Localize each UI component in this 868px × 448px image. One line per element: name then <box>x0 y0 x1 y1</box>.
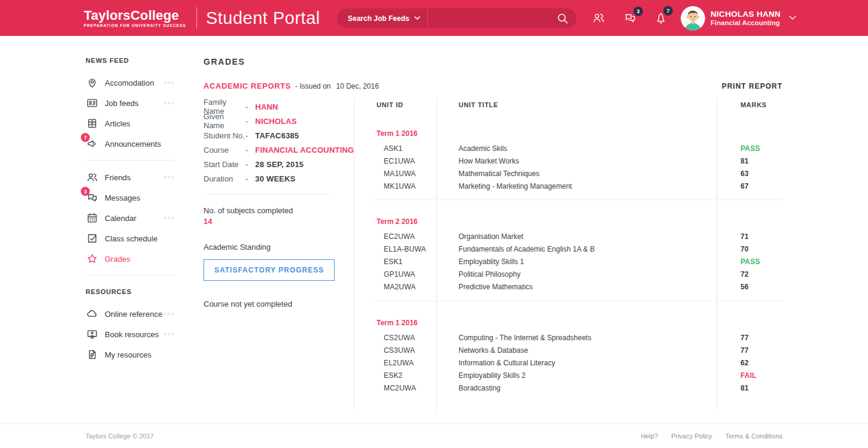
detail-dash: - <box>245 146 248 155</box>
marks-cell: 77 <box>717 346 791 355</box>
checkbox-icon <box>86 232 99 244</box>
marks-cell: 72 <box>717 270 791 279</box>
detail-dash: - <box>245 117 248 126</box>
notification-badge: 3 <box>633 7 643 16</box>
more-dots-icon[interactable] <box>164 81 174 84</box>
unit-id-cell: ESK2 <box>354 371 436 380</box>
user-course: Financial Accounting <box>711 19 781 27</box>
chat-button[interactable]: 3 <box>623 11 638 25</box>
details-divider <box>204 194 331 195</box>
sidebar-item-online-reference[interactable]: Online reference <box>86 304 174 324</box>
term-block: Term 1 2016ASK1Academic SkilsPASSEC1UWAH… <box>354 126 790 192</box>
search-icon[interactable] <box>557 13 568 24</box>
subjects-completed-label: No. of subjects completed <box>204 206 354 215</box>
star-icon <box>86 253 99 265</box>
report-bar: ACADEMIC REPORTS - Issued on 10 Dec, 201… <box>204 81 782 90</box>
sidebar-item-label: Online reference <box>105 310 162 319</box>
search-input[interactable] <box>428 14 557 23</box>
detail-value: TAFAC6385 <box>255 131 299 140</box>
student-portal-page: TaylorsCollege PREPARATION FOR UNIVERSIT… <box>0 0 868 448</box>
sidebar-item-articles[interactable]: Articles <box>86 113 174 134</box>
table-row: GP1UWAPolitical Philosophy72 <box>354 268 790 280</box>
messages-icon: 3 <box>86 192 99 204</box>
unit-title-cell: Networks & Database <box>436 346 717 355</box>
users-icon <box>591 11 606 25</box>
detail-row: Start Date-28 SEP, 2015 <box>204 157 354 171</box>
sidebar-item-announcements[interactable]: 7Announcements <box>86 134 174 154</box>
unit-title-cell: Organisation Market <box>436 232 717 241</box>
sidebar-item-label: Articles <box>105 119 130 128</box>
bell-button[interactable]: 7 <box>654 11 667 25</box>
detail-dash: - <box>245 131 248 140</box>
table-row: MK1UWAMarketing - Marketing Management67 <box>354 180 790 192</box>
brand-logo[interactable]: TaylorsCollege PREPARATION FOR UNIVERSIT… <box>84 0 320 36</box>
course-note: Course not yet completed <box>204 299 354 308</box>
student-details-panel: Family Name-HANNGiven Name-NICHOLASStude… <box>204 99 354 308</box>
report-issued-date: 10 Dec, 2016 <box>336 82 378 90</box>
report-issued-label: - Issued on <box>295 82 330 90</box>
search-filter-dropdown[interactable]: Search Job Feeds <box>337 8 427 28</box>
detail-dash: - <box>245 102 248 111</box>
sidebar-item-class-schedule[interactable]: Class schedule <box>86 228 174 249</box>
sidebar-item-messages[interactable]: 3Messages <box>86 187 174 208</box>
detail-label: Start Date <box>204 160 245 169</box>
sidebar-item-book-resources[interactable]: Book resources <box>86 324 174 344</box>
footer-copyright: Taylors College © 2017 <box>86 432 154 440</box>
detail-label: Given Name <box>204 112 245 130</box>
term-label: Term 1 2016 <box>354 126 790 142</box>
calendar-icon <box>86 212 99 224</box>
table-row: EL2UWAInformation & Cultural Literacy62 <box>354 356 790 369</box>
id-card-icon <box>86 97 99 109</box>
more-dots-icon[interactable] <box>164 333 174 335</box>
brand-wordmark: TaylorsCollege PREPARATION FOR UNIVERSIT… <box>84 9 186 28</box>
more-dots-icon[interactable] <box>164 313 174 315</box>
detail-value: NICHOLAS <box>255 117 297 126</box>
unit-title-cell: Employability Skills 2 <box>436 371 717 380</box>
unit-title-cell: Information & Cultural Literacy <box>436 359 717 367</box>
academic-standing-badge: SATISFACTORY PROGRESS <box>204 259 335 281</box>
detail-value: 28 SEP, 2015 <box>255 160 304 169</box>
column-header-unit-id: UNIT ID <box>354 101 436 108</box>
sidebar-item-grades[interactable]: Grades <box>86 249 174 269</box>
detail-dash: - <box>245 160 248 169</box>
table-row: EL1A-BUWAFundamentals of Academic Englis… <box>354 243 790 255</box>
detail-row: Duration-30 WEEKS <box>204 171 354 186</box>
sidebar-item-job-feeds[interactable]: Job feeds <box>86 93 174 113</box>
term-separator <box>371 301 784 301</box>
marks-cell: 77 <box>717 334 791 342</box>
footer-link-terms-conditions[interactable]: Terms & Conditions <box>726 432 782 440</box>
marks-cell: PASS <box>717 144 791 153</box>
unit-id-cell: ESK1 <box>354 258 436 266</box>
users-button[interactable] <box>591 11 606 25</box>
user-info: NICHOLAS HANN Financial Accounting <box>711 10 781 27</box>
detail-dash: - <box>245 174 248 183</box>
sidebar-item-label: Messages <box>105 193 140 202</box>
sidebar-item-calendar[interactable]: Calendar <box>86 208 174 228</box>
more-dots-icon[interactable] <box>164 176 174 178</box>
sidebar-item-friends[interactable]: Friends <box>86 167 174 187</box>
table-row: CS2UWAComputing - The Internet & Spreads… <box>354 331 790 344</box>
sidebar-item-accomodation[interactable]: Accomodation <box>86 72 174 93</box>
academic-standing-label: Academic Standing <box>204 243 354 252</box>
sidebar-item-label: Accomodation <box>105 78 154 87</box>
table-row: ESK2Employability Skills 2FAIL <box>354 369 790 382</box>
table-header-row: UNIT ID UNIT TITLE MARKS <box>354 100 790 110</box>
print-report-button[interactable]: PRINT REPORT <box>722 82 782 90</box>
term-block: Term 1 2016CS2UWAComputing - The Interne… <box>354 315 790 394</box>
unit-title-cell: Marketing - Marketing Management <box>436 182 717 190</box>
user-menu[interactable]: NICHOLAS HANN Financial Accounting <box>681 0 796 36</box>
report-title: ACADEMIC REPORTS <box>204 81 291 90</box>
footer-link-help[interactable]: Help? <box>641 432 658 440</box>
more-dots-icon[interactable] <box>164 217 174 219</box>
search-bar: Search Job Feeds <box>337 8 576 28</box>
more-dots-icon[interactable] <box>164 102 174 104</box>
term-label: Term 2 2016 <box>354 214 790 230</box>
unit-title-cell: Computing - The Internet & Spreadsheets <box>436 334 717 342</box>
sidebar-item-my-resources[interactable]: My resources <box>86 344 174 365</box>
megaphone-icon: 7 <box>86 138 99 150</box>
marks-cell: 71 <box>717 232 791 241</box>
sidebar-item-label: Job feeds <box>105 99 138 108</box>
sidebar-item-label: Class schedule <box>105 234 157 243</box>
marks-cell: PASS <box>717 258 791 266</box>
footer-link-privacy-policy[interactable]: Privacy Policy <box>671 432 712 440</box>
